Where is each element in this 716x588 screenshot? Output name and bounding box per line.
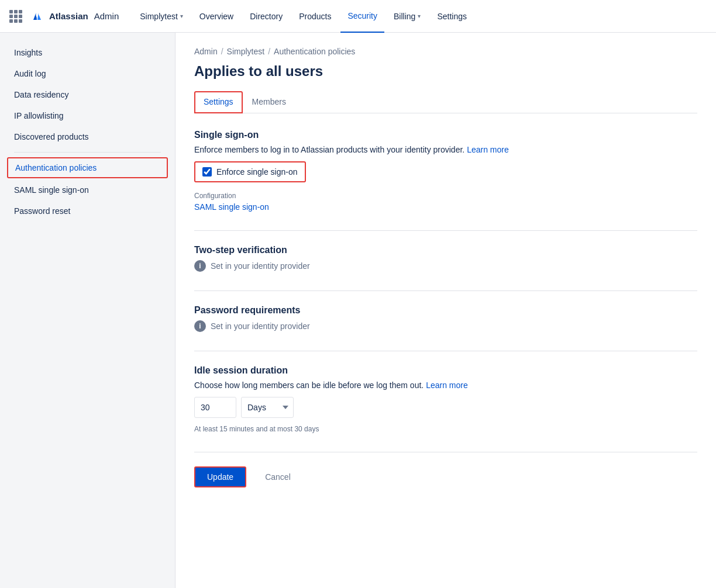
two-step-info: i Set in your identity provider [194, 260, 697, 272]
idle-session-section: Idle session duration Choose how long me… [194, 365, 697, 433]
idle-session-input[interactable] [194, 397, 236, 418]
sso-config: Configuration SAML single sign-on [194, 192, 697, 212]
idle-session-learn-more-link[interactable]: Learn more [426, 381, 468, 390]
section-divider-4 [194, 452, 697, 452]
idle-session-description: Choose how long members can be idle befo… [194, 381, 697, 390]
breadcrumb-sep-2: / [268, 47, 270, 56]
password-section: Password requirements i Set in your iden… [194, 305, 697, 332]
sidebar-item-ip-allowlisting[interactable]: IP allowlisting [0, 105, 175, 126]
sidebar-item-discovered-products[interactable]: Discovered products [0, 126, 175, 147]
section-divider-3 [194, 351, 697, 351]
sso-learn-more-link[interactable]: Learn more [467, 145, 509, 154]
idle-session-title: Idle session duration [194, 365, 697, 376]
sidebar-divider [14, 152, 161, 153]
info-icon-two-step: i [194, 260, 206, 272]
nav-items: Simplytest ▾ Overview Directory Products… [133, 0, 707, 33]
nav-item-overview[interactable]: Overview [192, 0, 240, 33]
tab-members[interactable]: Members [243, 91, 295, 113]
tabs: Settings Members [194, 91, 697, 113]
atlassian-text: Atlassian [49, 11, 88, 21]
sso-description: Enforce members to log in to Atlassian p… [194, 145, 697, 154]
sidebar-item-saml-sso[interactable]: SAML single sign-on [0, 179, 175, 200]
app-switcher-icon[interactable] [9, 10, 22, 23]
nav-logo-area: Atlassian Admin [9, 9, 119, 23]
nav-item-directory[interactable]: Directory [243, 0, 290, 33]
idle-session-hint: At least 15 minutes and at most 30 days [194, 425, 697, 433]
sidebar-item-audit-log[interactable]: Audit log [0, 63, 175, 84]
two-step-title: Two-step verification [194, 245, 697, 255]
breadcrumb-sep-1: / [221, 47, 223, 56]
chevron-down-icon: ▾ [418, 13, 421, 19]
two-step-section: Two-step verification i Set in your iden… [194, 245, 697, 272]
sidebar-item-authentication-policies[interactable]: Authentication policies [7, 157, 168, 178]
breadcrumb-admin[interactable]: Admin [194, 47, 218, 56]
idle-session-select[interactable]: Minutes Hours Days [241, 397, 294, 418]
two-step-info-text: Set in your identity provider [211, 261, 310, 271]
enforce-sso-label: Enforce single sign-on [216, 167, 298, 177]
enforce-sso-checkbox-row[interactable]: Enforce single sign-on [194, 161, 306, 182]
password-info: i Set in your identity provider [194, 320, 697, 332]
tab-settings[interactable]: Settings [194, 91, 243, 113]
nav-item-settings[interactable]: Settings [430, 0, 474, 33]
chevron-down-icon: ▾ [180, 13, 183, 19]
update-button[interactable]: Update [194, 466, 246, 487]
enforce-sso-checkbox[interactable] [202, 167, 212, 177]
top-nav: Atlassian Admin Simplytest ▾ Overview Di… [0, 0, 716, 33]
atlassian-logo-svg [32, 9, 46, 23]
breadcrumb-simplytest[interactable]: Simplytest [227, 47, 265, 56]
admin-text: Admin [94, 11, 119, 21]
sso-config-label: Configuration [194, 192, 697, 200]
main-content: Admin / Simplytest / Authentication poli… [175, 33, 716, 588]
sso-section: Single sign-on Enforce members to log in… [194, 130, 697, 212]
sidebar: Insights Audit log Data residency IP all… [0, 33, 175, 588]
breadcrumb-current: Authentication policies [274, 47, 355, 56]
nav-item-products[interactable]: Products [292, 0, 338, 33]
sidebar-item-insights[interactable]: Insights [0, 42, 175, 63]
main-layout: Insights Audit log Data residency IP all… [0, 33, 716, 588]
cancel-button[interactable]: Cancel [253, 468, 302, 486]
idle-session-controls: Minutes Hours Days [194, 397, 697, 418]
atlassian-logo: Atlassian Admin [32, 9, 119, 23]
info-icon-password: i [194, 320, 206, 332]
section-divider-2 [194, 290, 697, 291]
nav-item-billing[interactable]: Billing ▾ [387, 0, 428, 33]
sso-title: Single sign-on [194, 130, 697, 140]
section-divider-1 [194, 230, 697, 231]
sidebar-item-data-residency[interactable]: Data residency [0, 84, 175, 105]
page-title: Applies to all users [194, 63, 697, 79]
nav-item-security[interactable]: Security [340, 0, 384, 33]
saml-sso-link[interactable]: SAML single sign-on [194, 202, 269, 212]
form-actions: Update Cancel [194, 466, 697, 487]
password-title: Password requirements [194, 305, 697, 316]
nav-item-simplytest[interactable]: Simplytest ▾ [133, 0, 190, 33]
breadcrumb: Admin / Simplytest / Authentication poli… [194, 47, 697, 56]
sidebar-item-password-reset[interactable]: Password reset [0, 200, 175, 222]
password-info-text: Set in your identity provider [211, 321, 310, 331]
